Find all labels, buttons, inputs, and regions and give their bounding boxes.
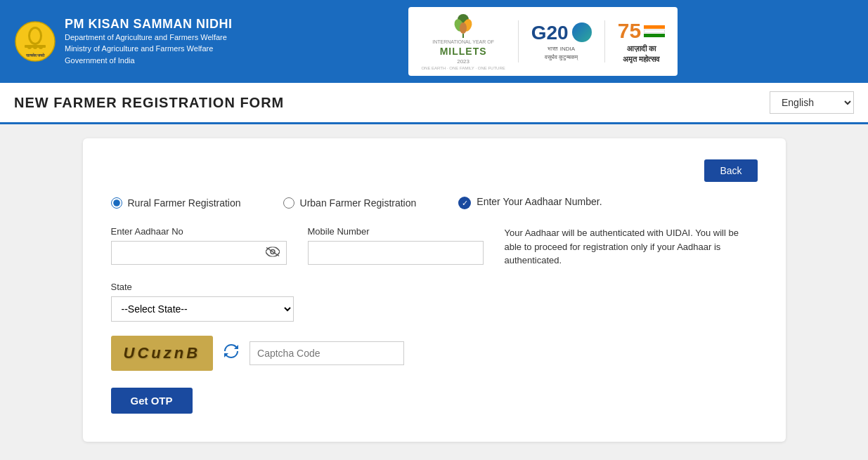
urban-farmer-radio-input[interactable]: [283, 197, 294, 209]
mobile-field-label: Mobile Number: [308, 226, 484, 237]
svg-point-5: [33, 45, 37, 49]
main-content: Back Rural Farmer Registration Urban Far…: [0, 124, 868, 460]
aadhaar-note-text: Enter Your Aadhaar Number.: [477, 196, 602, 207]
mobile-input[interactable]: [308, 241, 484, 265]
g20-globe-icon: [572, 22, 592, 42]
dept1: Department of Agriculture and Farmers We…: [65, 32, 233, 44]
logo-divider: [518, 20, 519, 63]
org-name: PM KISAN SAMMAN NIDHI: [65, 17, 233, 32]
svg-point-4: [27, 45, 32, 49]
svg-point-11: [460, 22, 467, 34]
azadi-logo: 75 आज़ादी का अमृत महोत्सव: [618, 19, 665, 64]
dept3: Government of India: [65, 55, 233, 67]
header: सत्यमेव जयते PM KISAN SAMMAN NIDHI Depar…: [0, 0, 868, 83]
eye-icon[interactable]: [266, 246, 280, 261]
aadhaar-note: Enter Your Aadhaar Number.: [458, 196, 602, 209]
state-label: State: [111, 282, 758, 292]
logo-divider2: [604, 20, 605, 63]
millets-icon: [451, 13, 476, 38]
dept2: Ministry of Agriculture and Farmers Welf…: [65, 43, 233, 55]
header-logo-block: सत्यमेव जयते PM KISAN SAMMAN NIDHI Depar…: [14, 17, 233, 67]
aadhaar-input-wrapper: [111, 241, 287, 265]
get-otp-button[interactable]: Get OTP: [111, 388, 193, 414]
state-row: State --Select State-- Andhra Pradesh Bi…: [111, 282, 758, 322]
page-title: NEW FARMER REGISTRATION FORM: [14, 95, 284, 111]
rural-farmer-radio[interactable]: Rural Farmer Registration: [111, 197, 241, 209]
urban-farmer-label: Urban Farmer Registration: [300, 197, 417, 209]
header-partner-logos: INTERNATIONAL YEAR OF MILLETS 2023 ONE E…: [408, 7, 678, 76]
language-select[interactable]: English Hindi Telugu Tamil Kannada: [770, 91, 854, 114]
back-row: Back: [111, 159, 758, 182]
aadhaar-info-text: Your Aadhaar will be authenticated with …: [505, 226, 758, 268]
refresh-icon[interactable]: [223, 343, 240, 364]
captcha-input[interactable]: [250, 341, 404, 365]
aadhaar-info-group: Your Aadhaar will be authenticated with …: [505, 226, 758, 268]
check-circle-icon: [458, 197, 471, 209]
svg-point-6: [39, 45, 43, 49]
title-bar: NEW FARMER REGISTRATION FORM English Hin…: [0, 83, 868, 124]
g20-logo: G20 भारत INDIA वसुधैव कुटुम्बकम्: [531, 22, 592, 61]
captcha-row: UCuznB: [111, 336, 758, 371]
state-select[interactable]: --Select State-- Andhra Pradesh Bihar Gu…: [111, 296, 294, 322]
aadhaar-field-label: Enter Aadhaar No: [111, 226, 287, 237]
fields-row: Enter Aadhaar No Mobile Number: [111, 226, 758, 268]
mobile-field-group: Mobile Number: [308, 226, 484, 265]
svg-point-2: [30, 29, 40, 43]
captcha-image: UCuznB: [111, 336, 214, 371]
rural-farmer-radio-input[interactable]: [111, 197, 122, 209]
form-card: Back Rural Farmer Registration Urban Far…: [83, 138, 786, 442]
registration-type-row: Rural Farmer Registration Urban Farmer R…: [111, 196, 758, 209]
aadhaar-field-group: Enter Aadhaar No: [111, 226, 287, 265]
millets-logo: INTERNATIONAL YEAR OF MILLETS 2023 ONE E…: [421, 13, 505, 70]
aadhaar-input[interactable]: [111, 241, 287, 265]
header-text: PM KISAN SAMMAN NIDHI Department of Agri…: [65, 17, 233, 67]
svg-text:सत्यमेव जयते: सत्यमेव जयते: [25, 53, 46, 58]
back-button[interactable]: Back: [704, 159, 757, 182]
rural-farmer-label: Rural Farmer Registration: [128, 197, 241, 209]
govt-emblem-icon: सत्यमेव जयते: [14, 20, 56, 63]
urban-farmer-radio[interactable]: Urban Farmer Registration: [283, 197, 417, 209]
